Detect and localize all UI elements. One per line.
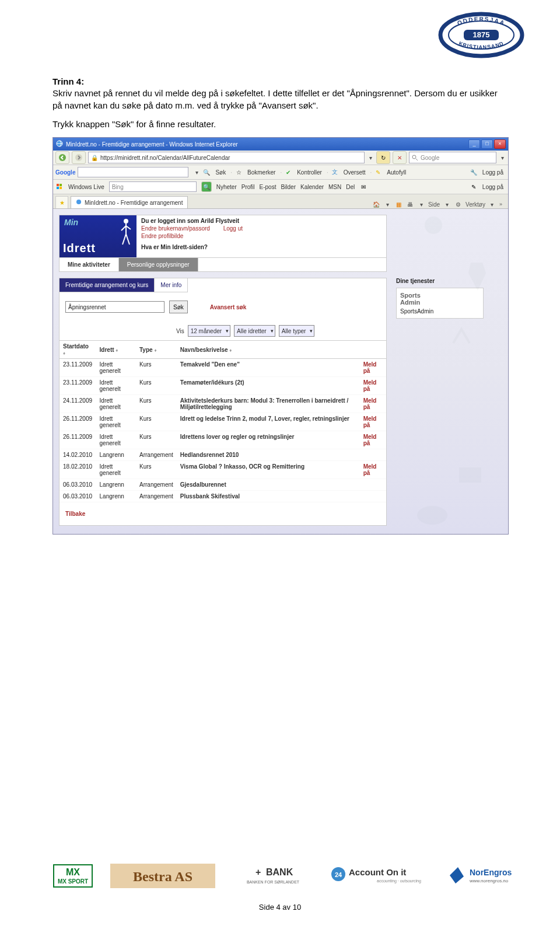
browser-tab[interactable]: MinIdrett.no - Fremtidige arrangement (71, 196, 188, 208)
table-header[interactable]: Startdato ♦ (60, 341, 96, 359)
page-icon (76, 199, 82, 207)
cell: Langrenn (96, 449, 136, 461)
stop-button[interactable]: ✕ (393, 151, 407, 164)
meld-pa-link[interactable]: Meld på (363, 397, 377, 410)
select-type[interactable]: Alle typer (279, 325, 315, 337)
browser-search[interactable]: Google (409, 152, 496, 163)
address-bar[interactable]: 🔒 https://minidrett.nif.no/Calendar/AllF… (88, 152, 365, 163)
maximize-button[interactable]: □ (481, 139, 493, 149)
change-user-link[interactable]: Endre brukernavn/passord (141, 225, 210, 232)
what-is-link[interactable]: Hva er Min Idrett-siden? (141, 244, 208, 250)
subtab-fremtidige[interactable]: Fremtidige arrangement og kurs (60, 278, 155, 292)
minimize-button[interactable]: _ (468, 139, 480, 149)
wl-search-input[interactable]: Bing (109, 181, 197, 192)
table-header[interactable]: Idrett ♦ (96, 341, 136, 359)
events-table: Startdato ♦Idrett ♦Type ♦Navn/beskrivels… (60, 340, 386, 502)
wl-item[interactable]: Nyheter (216, 184, 237, 190)
club-logo: 1875 ODDERSJAA KRISTIANSAND (435, 9, 528, 61)
forward-button[interactable] (72, 151, 86, 164)
wl-label: Windows Live (68, 184, 104, 190)
favorites-button[interactable]: ★ (55, 196, 68, 208)
wl-item[interactable]: Kalender (300, 184, 324, 190)
bookmarks-btn[interactable]: Bokmerker (247, 169, 275, 176)
svg-text:+: + (256, 867, 261, 877)
search-placeholder: Google (421, 155, 439, 161)
search-icon[interactable]: 🔍 (202, 168, 211, 176)
gear-icon[interactable]: ⚙ (454, 200, 462, 208)
table-row: 14.02.2010LangrennArrangementHedlandsren… (60, 449, 386, 461)
window-titlebar: MinIdrett.no - Fremtidige arrangement - … (53, 138, 508, 151)
meld-cell[interactable]: Meld på (360, 431, 386, 449)
kontroller-btn[interactable]: Kontroller (297, 169, 322, 176)
svg-rect-11 (57, 187, 59, 189)
search-input[interactable]: Åpningsrennet (65, 301, 164, 313)
svg-rect-10 (60, 184, 62, 186)
wl-item[interactable]: Profil (242, 184, 255, 190)
meld-pa-link[interactable]: Meld på (363, 415, 377, 428)
feed-icon[interactable]: ▦ (394, 200, 402, 208)
sportsadmin-box[interactable]: SportsAdmin SportsAdmin (396, 288, 484, 319)
meld-cell[interactable]: Meld på (360, 377, 386, 395)
edit-icon[interactable]: ✎ (470, 183, 478, 191)
table-header[interactable] (360, 341, 386, 359)
meld-pa-link[interactable]: Meld på (363, 463, 377, 476)
advanced-search-link[interactable]: Avansert søk (210, 304, 246, 310)
tilbake-link[interactable]: Tilbake (65, 511, 85, 517)
browser-screenshot: MinIdrett.no - Fremtidige arrangement - … (52, 137, 509, 535)
search-button[interactable]: Søk (169, 301, 188, 313)
search-dropdown[interactable]: ▾ (499, 155, 506, 161)
google-login[interactable]: Logg på (482, 169, 503, 176)
translate-icon[interactable]: 文 (331, 168, 339, 176)
wrench-icon[interactable]: 🔧 (470, 168, 478, 176)
meld-pa-link[interactable]: Meld på (363, 379, 377, 392)
oversett-btn[interactable]: Oversett (344, 169, 366, 176)
tab-bar: ★ MinIdrett.no - Fremtidige arrangement … (53, 194, 508, 209)
close-button[interactable]: × (494, 139, 506, 149)
svg-point-7 (75, 154, 82, 161)
table-header[interactable]: Navn/beskrivelse ♦ (177, 341, 360, 359)
autofill-icon[interactable]: ✎ (374, 168, 382, 176)
side-menu[interactable]: Side (428, 201, 440, 208)
meld-pa-link[interactable]: Meld på (363, 361, 377, 374)
minidrett-logo: Min Idrett (60, 215, 136, 257)
meld-cell[interactable]: Meld på (360, 359, 386, 377)
meld-pa-link[interactable]: Meld på (363, 434, 377, 446)
check-icon[interactable]: ✔ (284, 168, 292, 176)
tab-mine-aktiviteter[interactable]: Mine aktiviteter (60, 258, 119, 271)
table-row: 24.11.2009Idrett genereltKursAktivitetsl… (60, 395, 386, 413)
cell: Idrett generelt (96, 431, 136, 449)
back-button[interactable] (55, 151, 69, 164)
sponsor-bestra: Bestra AS (110, 864, 215, 888)
logout-link[interactable]: Logg ut (223, 225, 243, 232)
wl-item[interactable]: Del (346, 184, 355, 190)
meld-cell[interactable]: Meld på (360, 413, 386, 431)
address-dropdown[interactable]: ▾ (367, 155, 374, 161)
refresh-button[interactable]: ↻ (376, 151, 390, 164)
print-icon[interactable]: 🖶 (406, 200, 414, 208)
autofyll-btn[interactable]: Autofyll (387, 169, 406, 176)
wl-item[interactable]: MSN (328, 184, 341, 190)
home-icon[interactable]: 🏠 (372, 200, 380, 208)
subtab-mer-info[interactable]: Mer info (155, 278, 188, 292)
wl-login[interactable]: Logg på (482, 184, 503, 190)
meld-cell[interactable]: Meld på (360, 395, 386, 413)
svg-text:MX SPORT: MX SPORT (58, 878, 88, 885)
cell: Kurs (136, 377, 177, 395)
verktoy-menu[interactable]: Verktøy (466, 201, 485, 208)
wl-item[interactable]: E-post (260, 184, 276, 190)
wl-search-btn[interactable]: 🔍 (201, 181, 212, 192)
meld-cell[interactable]: Meld på (360, 461, 386, 479)
tab-personlige-opplysninger[interactable]: Personlige opplysninger (119, 258, 198, 271)
table-row: 18.02.2010Idrett genereltKursVisma Globa… (60, 461, 386, 479)
google-search-input[interactable] (78, 167, 188, 177)
mail-icon[interactable]: ✉ (359, 183, 368, 191)
select-months[interactable]: 12 måneder (188, 325, 230, 337)
select-type-value: Alle typer (282, 328, 306, 334)
select-idrett[interactable]: Alle idretter (234, 325, 275, 337)
google-search-btn[interactable]: Søk (215, 169, 226, 176)
logo-year: 1875 (473, 30, 490, 39)
change-pic-link[interactable]: Endre profilbilde (141, 233, 183, 239)
star-icon[interactable]: ☆ (235, 168, 243, 176)
table-header[interactable]: Type ♦ (136, 341, 177, 359)
wl-item[interactable]: Bilder (281, 184, 296, 190)
